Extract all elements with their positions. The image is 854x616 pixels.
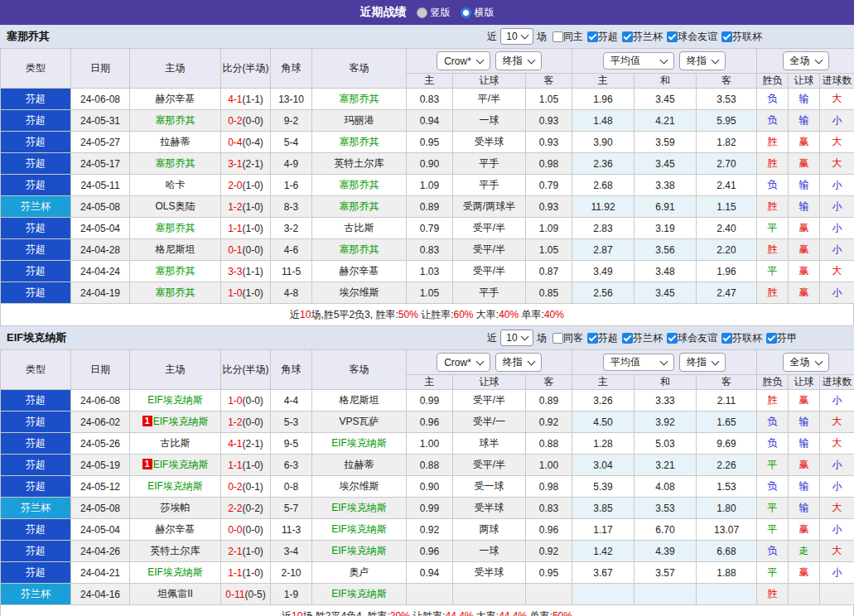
recent-count-select[interactable]: 10	[500, 28, 533, 45]
final-index-dropdown[interactable]: 终指	[679, 353, 726, 372]
odds-home-cell: 0.96	[407, 411, 453, 433]
summary-segment: 单率:	[519, 309, 544, 320]
final-index-dropdown[interactable]: 终指	[495, 51, 542, 70]
league-type-cell: 芬超	[1, 433, 71, 455]
chevron-down-icon	[660, 55, 668, 64]
same-venue-checkbox[interactable]: 同主	[552, 30, 583, 44]
column-header: 客场	[312, 49, 407, 89]
goals-result-cell: 大	[820, 153, 854, 175]
league-type-cell: 芬兰杯	[1, 196, 71, 218]
home-team-cell: 1EIF埃克纳斯	[130, 455, 221, 476]
checkbox-unchecked-icon[interactable]	[552, 31, 563, 42]
full-match-dropdown[interactable]: 全场	[783, 353, 829, 372]
date-cell: 24-04-28	[71, 239, 130, 261]
checkbox-checked-icon[interactable]	[587, 333, 598, 344]
league-filter-checkbox-4[interactable]: 芬联杯	[721, 331, 762, 345]
league-filter-checkbox-2-label: 芬兰杯	[633, 30, 663, 44]
checkbox-checked-icon[interactable]	[667, 333, 678, 344]
avg-home-cell: 3.90	[572, 132, 634, 153]
odds-away-cell: 0.93	[526, 132, 572, 153]
check-icon	[668, 333, 677, 341]
score-cell: 1-0(0-0)	[221, 390, 271, 411]
checkbox-checked-icon[interactable]	[766, 333, 777, 344]
goals-result-cell	[820, 584, 854, 605]
avg-away-cell: 1.96	[697, 261, 757, 282]
same-venue-checkbox[interactable]: 同客	[552, 331, 583, 345]
radio-vertical-option[interactable]: 竖版	[417, 6, 451, 20]
checkbox-checked-icon[interactable]	[622, 333, 633, 344]
radio-horizontal-icon[interactable]	[461, 7, 471, 18]
checkbox-checked-icon[interactable]	[587, 31, 598, 42]
summary-segment: 让胜率:	[418, 309, 454, 320]
avg-away-cell: 13.07	[697, 519, 757, 541]
corner-cell: 4-6	[271, 239, 312, 261]
league-filter-checkbox-1[interactable]: 芬超	[587, 331, 618, 345]
checkbox-unchecked-icon[interactable]	[552, 333, 563, 344]
recent-count-select[interactable]: 10	[500, 330, 533, 346]
home-team-cell: EIF埃克纳斯	[130, 476, 221, 498]
handicap-cell: 受平/半	[453, 455, 526, 476]
handicap-cell: 受两/两球半	[453, 196, 526, 218]
recent-results-page: 近期战绩 竖版 横版 塞那乔其近10场同主芬超芬兰杯球会友谊芬联杯类型日期主场比…	[0, 0, 854, 616]
league-filter-checkbox-1[interactable]: 芬超	[587, 30, 618, 44]
average-odds-dropdown[interactable]: 平均值	[603, 52, 674, 70]
odds-group-header: Crow*终指	[407, 49, 572, 74]
league-filter-checkbox-2[interactable]: 芬兰杯	[622, 30, 663, 44]
final-index-dropdown[interactable]: 终指	[495, 353, 542, 372]
fulltime-score: 0-11	[225, 589, 244, 600]
league-filter-checkbox-5[interactable]: 芬甲	[766, 331, 797, 345]
team-link: 格尼斯坦	[156, 243, 195, 255]
checkbox-checked-icon[interactable]	[622, 31, 633, 42]
score-cell: 4-1(1-1)	[221, 89, 271, 110]
checkbox-checked-icon[interactable]	[721, 31, 732, 42]
column-header: 日期	[71, 49, 130, 89]
avg-away-cell: 1.15	[697, 196, 757, 218]
avg-draw-cell: 3.45	[634, 282, 697, 304]
summary-segment: 近	[290, 309, 300, 320]
goals-result-cell: 小	[820, 390, 854, 411]
results-table-header: 类型日期主场比分(半场)角球客场Crow*终指平均值终指全场主让球客主和客胜负让…	[1, 49, 854, 89]
league-filter-checkbox-3[interactable]: 球会友谊	[667, 331, 717, 345]
corner-cell: 0-8	[271, 476, 312, 498]
league-filter-checkbox-1-label: 芬超	[598, 30, 618, 44]
avg-away-cell: 1.53	[697, 476, 757, 498]
result-cell: 胜	[757, 390, 789, 411]
full-match-dropdown[interactable]: 全场	[783, 51, 829, 70]
check-icon	[768, 333, 776, 341]
fulltime-score: 2-0	[228, 180, 242, 191]
bookmaker-dropdown[interactable]: Crow*	[437, 353, 490, 372]
final-index-dropdown[interactable]: 终指	[679, 51, 726, 70]
handicap-cell	[453, 584, 526, 605]
radio-vertical-icon[interactable]	[417, 7, 427, 18]
sub-column-header: 客	[697, 74, 757, 89]
bookmaker-dropdown[interactable]: Crow*	[437, 51, 490, 70]
goals-result-cell: 大	[820, 261, 854, 282]
fulltime-score: 0-2	[228, 481, 242, 493]
score-cell: 1-2(0-0)	[221, 411, 271, 433]
average-odds-dropdown[interactable]: 平均值	[603, 354, 674, 371]
away-team-cell: 塞那乔其	[312, 89, 407, 110]
league-filter-checkbox-4[interactable]: 芬联杯	[721, 30, 762, 44]
halftime-score: (0-5)	[244, 589, 265, 600]
odds-home-cell: 0.83	[407, 89, 453, 110]
date-cell: 24-04-16	[71, 584, 130, 605]
score-cell: 1-0(1-0)	[221, 282, 271, 304]
result-cell: 负	[757, 175, 789, 196]
checkbox-checked-icon[interactable]	[721, 333, 732, 344]
score-cell: 1-1(1-0)	[221, 562, 271, 584]
page-title: 近期战绩	[360, 5, 407, 20]
summary-segment: 44.4%	[499, 610, 527, 616]
home-team-cell: EIF埃克纳斯	[130, 390, 221, 411]
fulltime-score: 1-0	[228, 395, 242, 407]
away-team-cell: 古比斯	[312, 218, 407, 239]
halftime-score: (1-0)	[243, 223, 263, 234]
checkbox-checked-icon[interactable]	[667, 31, 678, 42]
radio-horizontal-option[interactable]: 横版	[461, 6, 495, 20]
league-filter-checkbox-3-label: 球会友谊	[678, 30, 717, 44]
header-row-top: 类型日期主场比分(半场)角球客场Crow*终指平均值终指全场	[1, 350, 854, 375]
league-filter-checkbox-2[interactable]: 芬兰杯	[622, 331, 663, 345]
team-link: 塞那乔其	[340, 93, 379, 104]
chevron-down-icon	[520, 333, 528, 341]
league-type-cell: 芬超	[1, 175, 71, 196]
league-filter-checkbox-3[interactable]: 球会友谊	[667, 30, 717, 44]
